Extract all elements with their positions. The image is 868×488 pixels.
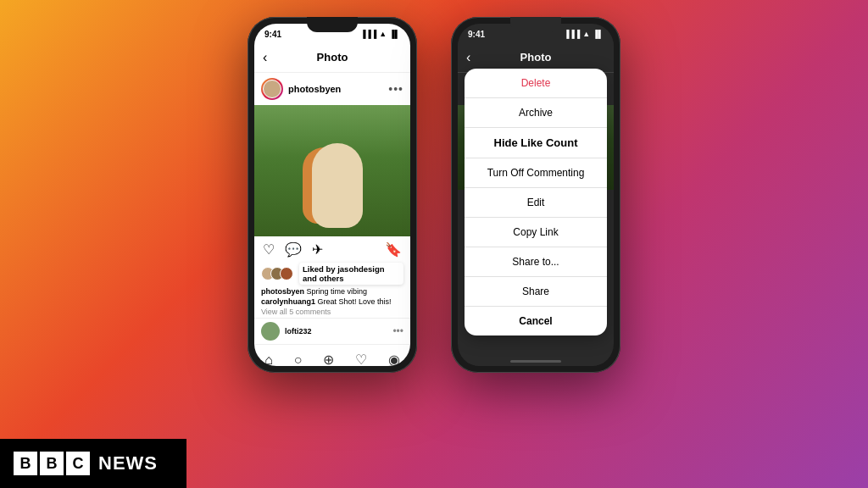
phones-wrapper: 9:41 ▐▐▐ ▲ ▐▌ ‹ Photo photosbyen •••: [248, 17, 620, 373]
menu-cancel[interactable]: Cancel: [465, 307, 607, 336]
phone-left-notch: [307, 17, 358, 32]
bbc-box-c: C: [66, 452, 90, 475]
commenter-name[interactable]: lofti232: [285, 327, 312, 336]
home-bar-line-right: [510, 360, 561, 363]
bbc-box-b1: B: [14, 452, 37, 475]
home-bar-right: [458, 356, 614, 366]
liked-avatar-3: [280, 267, 293, 280]
username-left[interactable]: photosbyen: [288, 84, 383, 94]
nav-plus-icon[interactable]: ⊕: [323, 352, 334, 366]
menu-share[interactable]: Share: [465, 277, 607, 307]
nav-profile-icon[interactable]: ◉: [388, 352, 400, 366]
comment-left: carolynhuang1 Great Shot! Love this!: [254, 297, 410, 308]
bbc-news-bar: B B C NEWS: [0, 439, 186, 488]
battery-icon-right: ▐▌: [593, 30, 604, 38]
post-image-left: [254, 105, 410, 236]
person1-silhouette: [312, 143, 363, 228]
action-bar-left: ♡ 💬 ✈ 🔖: [254, 236, 410, 263]
wifi-icon: ▲: [379, 30, 387, 38]
back-button-right[interactable]: ‹: [466, 50, 470, 65]
menu-edit[interactable]: Edit: [465, 188, 607, 218]
phone-right: 9:41 ▐▐▐ ▲ ▐▌ ‹ Photo photosbyen •••: [451, 17, 620, 373]
image-bg-left: [254, 105, 410, 236]
liked-by-text: Liked by jasohdesign and others: [299, 263, 403, 285]
status-icons-right: ▐▐▐ ▲ ▐▌: [564, 30, 604, 38]
avatar-inner-left: [263, 80, 281, 98]
menu-hide-like-count[interactable]: Hide Like Count: [465, 128, 607, 158]
likes-bar-left: Liked by jasohdesign and others: [254, 263, 410, 287]
liked-avatars: [261, 267, 289, 280]
page-title-left: Photo: [317, 51, 348, 64]
phone-left-screen: 9:41 ▐▐▐ ▲ ▐▌ ‹ Photo photosbyen •••: [254, 24, 410, 366]
caption-text: Spring time vibing: [307, 287, 368, 296]
nav-heart-icon[interactable]: ♡: [355, 352, 367, 366]
page-title-right: Photo: [520, 51, 552, 64]
back-button-left[interactable]: ‹: [263, 50, 267, 65]
bbc-news-text: NEWS: [98, 452, 158, 474]
share-icon[interactable]: ✈: [312, 241, 323, 258]
post-header-left: photosbyen •••: [254, 73, 410, 105]
status-time-right: 9:41: [468, 30, 485, 39]
context-menu: Delete Archive Hide Like Count Turn Off …: [465, 69, 607, 336]
menu-delete[interactable]: Delete: [465, 69, 607, 98]
caption-left: photosbyen Spring time vibing: [254, 287, 410, 297]
like-icon[interactable]: ♡: [263, 241, 275, 258]
phone-left: 9:41 ▐▐▐ ▲ ▐▌ ‹ Photo photosbyen •••: [248, 17, 417, 373]
bottom-nav-left: ⌂ ○ ⊕ ♡ ◉: [254, 344, 410, 366]
phone-right-notch: [510, 17, 561, 32]
nav-home-icon[interactable]: ⌂: [264, 352, 273, 367]
menu-archive[interactable]: Archive: [465, 98, 607, 128]
app-header-left: ‹ Photo: [254, 42, 410, 73]
comment-body: Great Shot! Love this!: [318, 297, 392, 306]
menu-copy-link[interactable]: Copy Link: [465, 218, 607, 247]
comment-icon[interactable]: 💬: [285, 241, 302, 258]
more-options-left[interactable]: •••: [388, 82, 403, 96]
phone-right-screen: 9:41 ▐▐▐ ▲ ▐▌ ‹ Photo photosbyen •••: [458, 24, 614, 366]
wifi-icon-right: ▲: [582, 30, 590, 38]
signal-icon-right: ▐▐▐: [564, 30, 580, 38]
signal-icon: ▐▐▐: [360, 30, 376, 38]
commenter-more-dots[interactable]: •••: [392, 325, 403, 337]
nav-search-icon[interactable]: ○: [294, 352, 303, 367]
comment-username[interactable]: carolynhuang1: [261, 297, 315, 306]
bottom-comment-left: lofti232 •••: [254, 318, 410, 344]
bbc-box-b2: B: [40, 452, 64, 475]
menu-share-to[interactable]: Share to...: [465, 247, 607, 277]
avatar-left: [261, 78, 283, 100]
bbc-logo: B B C: [14, 452, 90, 475]
status-time-left: 9:41: [264, 30, 281, 39]
caption-username[interactable]: photosbyen: [261, 287, 304, 296]
menu-turn-off-commenting[interactable]: Turn Off Commenting: [465, 158, 607, 188]
status-icons-left: ▐▐▐ ▲ ▐▌: [360, 30, 400, 38]
view-comments-left[interactable]: View all 5 comments: [254, 308, 410, 318]
battery-icon: ▐▌: [389, 30, 400, 38]
commenter-avatar: [261, 322, 280, 341]
bookmark-icon[interactable]: 🔖: [385, 241, 402, 258]
